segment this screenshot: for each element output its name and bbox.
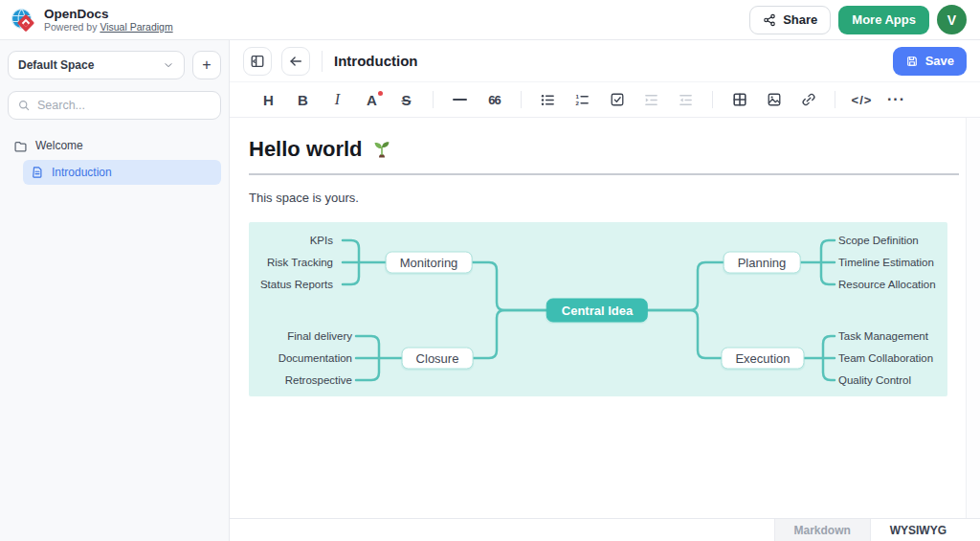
app-window: OpenDocs Powered by Visual Paradigm Shar… — [0, 0, 980, 541]
blockquote-button[interactable]: 66 — [479, 86, 510, 113]
table-button[interactable] — [724, 86, 755, 113]
folder-icon — [13, 139, 28, 153]
italic-icon: I — [335, 91, 340, 108]
italic-button[interactable]: I — [322, 86, 353, 113]
mindmap-leaf: Status Reports — [260, 279, 333, 290]
mindmap-leaf: Timeline Estimation — [838, 257, 934, 268]
checkbox-icon — [610, 92, 625, 107]
mindmap-leaf: Documentation — [278, 352, 352, 364]
link-button[interactable] — [792, 86, 824, 113]
heading-button[interactable]: H — [253, 86, 284, 113]
more-apps-button[interactable]: More Apps — [838, 6, 929, 34]
table-icon — [732, 92, 747, 107]
mindmap-diagram[interactable]: KPIs Risk Tracking Status Reports Final … — [249, 222, 947, 396]
text-color-button[interactable]: A — [356, 86, 388, 113]
search-box[interactable] — [8, 91, 221, 120]
heading-icon: H — [263, 92, 274, 108]
bullet-list-button[interactable] — [532, 86, 564, 113]
toolbar-divider — [835, 91, 835, 108]
divider — [322, 51, 323, 72]
tab-wysiwyg[interactable]: WYSIWYG — [870, 519, 966, 541]
image-button[interactable] — [758, 86, 790, 113]
toolbar-divider — [712, 91, 713, 108]
mindmap-leaf: Task Management — [838, 330, 928, 342]
share-icon — [763, 13, 776, 27]
document-icon — [31, 166, 44, 179]
doc-paragraph: This space is yours. — [249, 191, 959, 205]
mindmap-leaf: Risk Tracking — [267, 257, 333, 268]
blockquote-icon: 66 — [488, 93, 500, 107]
code-icon: </> — [852, 93, 873, 107]
image-icon — [767, 92, 782, 107]
more-options-button[interactable]: ··· — [880, 86, 912, 113]
page-title: Introduction — [334, 53, 417, 69]
mindmap-node-central-idea: Central Idea — [546, 299, 648, 323]
mindmap-leaf: KPIs — [310, 235, 333, 246]
space-selector[interactable]: Default Space — [8, 51, 185, 79]
svg-text:1: 1 — [575, 92, 579, 99]
tab-markdown[interactable]: Markdown — [774, 519, 870, 541]
back-button[interactable] — [281, 47, 310, 76]
mindmap-leaf: Final delivery — [287, 330, 352, 342]
code-button[interactable]: </> — [846, 86, 878, 113]
sidebar: Default Space + Welcome — [0, 40, 230, 541]
toolbar-divider — [433, 91, 434, 108]
formatting-toolbar: H B I A S 66 1 — [230, 82, 980, 118]
indent-icon — [643, 92, 659, 108]
svg-text:2: 2 — [575, 100, 579, 106]
back-arrow-icon — [288, 54, 303, 69]
powered-by: Powered by Visual Paradigm — [44, 21, 173, 33]
task-list-button[interactable] — [601, 86, 633, 113]
mindmap-node-closure: Closure — [402, 348, 474, 370]
mindmap-node-execution: Execution — [721, 348, 804, 370]
mindmap-node-monitoring: Monitoring — [386, 252, 473, 274]
visual-paradigm-link[interactable]: Visual Paradigm — [100, 21, 172, 33]
bullet-list-icon — [540, 92, 556, 108]
tree-item-introduction[interactable]: Introduction — [23, 160, 221, 185]
mindmap-leaf: Retrospective — [285, 374, 352, 386]
opendocs-logo-icon — [10, 7, 36, 34]
bold-button[interactable]: B — [287, 86, 319, 113]
bold-icon: B — [298, 92, 308, 108]
mindmap-leaf: Scope Definition — [838, 235, 919, 246]
scrollbar-gutter[interactable] — [966, 118, 980, 518]
app-title: OpenDocs — [44, 7, 173, 22]
text-color-icon: A — [367, 92, 377, 108]
doc-heading: Hello world — [249, 137, 959, 175]
search-icon — [17, 99, 31, 112]
strikethrough-button[interactable]: S — [390, 86, 422, 113]
app-header: OpenDocs Powered by Visual Paradigm Shar… — [0, 0, 980, 40]
ellipsis-icon: ··· — [887, 91, 905, 108]
outdent-button — [670, 86, 702, 113]
page-tree: Welcome Introduction — [8, 133, 221, 185]
mindmap-leaf: Quality Control — [838, 374, 911, 386]
add-space-button[interactable]: + — [192, 51, 221, 79]
share-button[interactable]: Share — [749, 6, 831, 34]
sidebar-toggle-button[interactable] — [243, 47, 272, 76]
editor-pane: Introduction Save H B I — [230, 40, 980, 541]
doc-topbar: Introduction Save — [230, 40, 980, 82]
document-canvas[interactable]: Hello world This space is yours. — [230, 118, 980, 518]
mindmap-node-planning: Planning — [724, 252, 801, 274]
outdent-icon — [678, 92, 694, 108]
tree-item-welcome[interactable]: Welcome — [8, 133, 221, 158]
horizontal-rule-button[interactable] — [444, 86, 476, 113]
toolbar-divider — [521, 91, 522, 108]
mindmap-leaf: Resource Allocation — [838, 279, 936, 290]
chevron-down-icon — [163, 59, 174, 71]
seedling-emoji-icon — [371, 139, 392, 160]
indent-button — [635, 86, 667, 113]
numbered-list-button[interactable]: 1 2 — [567, 86, 598, 113]
link-icon — [801, 92, 816, 107]
numbered-list-icon: 1 2 — [574, 92, 590, 108]
editor-statusbar: Markdown WYSIWYG — [230, 518, 980, 541]
panel-collapse-icon — [250, 54, 265, 69]
strikethrough-icon: S — [401, 92, 411, 108]
app-title-block: OpenDocs Powered by Visual Paradigm — [44, 7, 173, 34]
save-button[interactable]: Save — [893, 47, 967, 76]
save-icon — [905, 55, 919, 68]
avatar[interactable]: V — [937, 5, 967, 34]
search-input[interactable] — [37, 99, 212, 112]
mindmap-leaf: Team Collaboration — [838, 352, 933, 364]
horizontal-rule-icon — [453, 99, 467, 101]
